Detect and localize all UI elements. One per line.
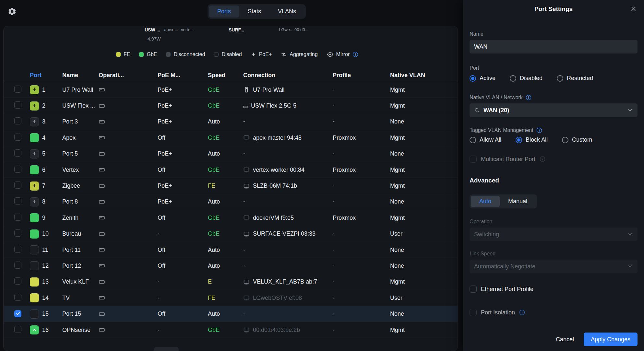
row-checkbox[interactable] bbox=[14, 246, 21, 253]
column-header-poe-mode[interactable]: PoE M... bbox=[158, 72, 208, 79]
table-row[interactable]: 2 USW Flex ... PoE+ GbE USW Flex 2.5G 5 … bbox=[4, 98, 458, 114]
radio-icon[interactable] bbox=[470, 75, 476, 82]
table-row[interactable]: 16 OPNsense - GbE 00:d0:b4:03:be:2b - Mg… bbox=[4, 322, 458, 338]
ethernet-port-profile-checkbox[interactable] bbox=[470, 286, 477, 293]
radio-icon[interactable] bbox=[516, 137, 522, 143]
connection-cell: - bbox=[243, 263, 333, 269]
close-icon[interactable] bbox=[630, 6, 637, 12]
poe-mode: Off bbox=[158, 310, 208, 317]
multicast-checkbox[interactable] bbox=[470, 156, 477, 163]
cancel-button[interactable]: Cancel bbox=[556, 336, 574, 343]
connection-name: LGwebOSTV ef:08 bbox=[253, 295, 302, 301]
row-checkbox[interactable] bbox=[14, 117, 21, 124]
apply-changes-button[interactable]: Apply Changes bbox=[584, 333, 638, 346]
row-checkbox[interactable] bbox=[14, 149, 21, 157]
row-checkbox-cell bbox=[4, 229, 29, 238]
multicast-info-icon[interactable] bbox=[540, 156, 545, 162]
table-row[interactable]: 3 Port 3 PoE+ Auto - - None bbox=[4, 114, 458, 130]
table-row[interactable]: 13 Velux KLF - E VELUX_KLF_AB7B ab:7 - M… bbox=[4, 274, 458, 290]
radio-icon[interactable] bbox=[470, 137, 476, 143]
port-profile: - bbox=[333, 87, 390, 93]
radio-icon[interactable] bbox=[557, 75, 563, 82]
port-speed: Auto bbox=[208, 247, 243, 253]
name-input[interactable]: WAN bbox=[470, 40, 638, 53]
connection-name: - bbox=[243, 150, 245, 157]
row-checkbox[interactable] bbox=[14, 181, 21, 189]
table-row[interactable]: 5 Port 5 PoE+ Auto - - None bbox=[4, 146, 458, 162]
row-checkbox[interactable] bbox=[14, 166, 21, 173]
column-header-connection[interactable]: Connection bbox=[243, 72, 333, 79]
column-header-native-vlan[interactable]: Native VLAN bbox=[390, 72, 458, 79]
table-row[interactable]: 14 TV - FE LGwebOSTV ef:08 - User bbox=[4, 290, 458, 306]
radio-disabled[interactable]: Disabled bbox=[510, 75, 543, 82]
column-header-operation[interactable]: Operati... bbox=[99, 72, 158, 79]
column-header-port[interactable]: Port bbox=[29, 72, 62, 79]
radio-restricted[interactable]: Restricted bbox=[557, 75, 593, 82]
port-number: 8 bbox=[42, 198, 45, 205]
radio-custom[interactable]: Custom bbox=[562, 136, 592, 143]
radio-block-all[interactable]: Block All bbox=[516, 136, 548, 143]
row-checkbox[interactable] bbox=[14, 229, 21, 237]
port-isolation-info-icon[interactable] bbox=[519, 310, 525, 315]
segment-manual[interactable]: Manual bbox=[500, 196, 536, 207]
native-vlan: Mgmt bbox=[390, 102, 458, 109]
port-profile: - bbox=[333, 310, 390, 317]
table-row[interactable]: 9 Zenith Off GbE dockerVM f9:e5 Proxmox … bbox=[4, 210, 458, 226]
table-row[interactable]: 8 Port 8 PoE+ Auto - - None bbox=[4, 194, 458, 210]
port-number: 15 bbox=[42, 310, 49, 317]
ethernet-port-profile-row[interactable]: Ethernet Port Profile bbox=[470, 286, 638, 293]
row-checkbox[interactable] bbox=[14, 294, 21, 301]
table-row[interactable]: 7 Zigbee PoE+ FE SLZB-06M 74:1b - Mgmt bbox=[4, 178, 458, 194]
client-device-icon bbox=[243, 135, 250, 141]
poe-mode: Off bbox=[158, 247, 208, 253]
table-row[interactable]: 10 Bureau - GbE SURFACE-VEZPI 03:33 - Us… bbox=[4, 226, 458, 242]
settings-gear-icon[interactable] bbox=[7, 6, 17, 16]
mirror-info-icon[interactable] bbox=[352, 52, 358, 57]
search-icon bbox=[474, 107, 480, 113]
port-isolation-checkbox[interactable] bbox=[470, 309, 477, 316]
link-speed-select[interactable]: Automatically Negotiate bbox=[470, 260, 638, 273]
port-status-icon bbox=[30, 325, 39, 334]
tab-stats[interactable]: Stats bbox=[239, 6, 269, 18]
row-checkbox[interactable] bbox=[14, 262, 21, 269]
switch-device-icon bbox=[99, 279, 155, 285]
connection-cell: - bbox=[243, 247, 333, 253]
table-row[interactable]: 15 Port 15 Off Auto - - None bbox=[4, 306, 458, 322]
segment-auto[interactable]: Auto bbox=[471, 196, 500, 207]
table-row[interactable]: 1 U7 Pro Wall PoE+ GbE U7-Pro-Wall - Mgm… bbox=[4, 82, 458, 98]
row-checkbox[interactable] bbox=[14, 86, 21, 93]
row-checkbox[interactable] bbox=[14, 277, 21, 285]
row-checkbox[interactable] bbox=[14, 214, 21, 221]
radio-icon[interactable] bbox=[562, 137, 568, 143]
tab-ports[interactable]: Ports bbox=[209, 6, 239, 18]
chevron-down-icon bbox=[627, 231, 633, 237]
row-checkbox[interactable] bbox=[14, 310, 21, 317]
radio-active[interactable]: Active bbox=[470, 75, 495, 82]
radio-icon[interactable] bbox=[510, 75, 516, 82]
column-header-profile[interactable]: Profile bbox=[333, 72, 390, 79]
column-header-name[interactable]: Name bbox=[62, 72, 99, 79]
disconnected-swatch-icon bbox=[166, 52, 171, 57]
port-profile: - bbox=[333, 295, 390, 301]
table-row[interactable]: 12 Port 12 Off Auto - - None bbox=[4, 258, 458, 274]
row-checkbox-cell bbox=[4, 326, 29, 334]
port-name: Port 12 bbox=[62, 263, 99, 269]
native-vlan-info-icon[interactable] bbox=[526, 95, 531, 100]
row-checkbox[interactable] bbox=[14, 101, 21, 109]
table-row[interactable]: 6 Vertex Off GbE vertex-worker 00:84 Pro… bbox=[4, 162, 458, 178]
row-checkbox[interactable] bbox=[14, 197, 21, 205]
tagged-vlan-info-icon[interactable] bbox=[536, 127, 542, 133]
port-isolation-row[interactable]: Port Isolation bbox=[470, 309, 638, 316]
native-vlan-select[interactable]: WAN (20) bbox=[470, 103, 638, 117]
row-checkbox[interactable] bbox=[14, 326, 21, 333]
tab-vlans[interactable]: VLANs bbox=[269, 6, 304, 18]
multicast-router-port-row[interactable]: Multicast Router Port bbox=[470, 156, 638, 163]
operation-select[interactable]: Switching bbox=[470, 228, 638, 241]
radio-allow-all[interactable]: Allow All bbox=[470, 136, 501, 143]
client-device-icon bbox=[243, 183, 250, 189]
column-header-speed[interactable]: Speed bbox=[208, 72, 243, 79]
table-row[interactable]: 11 Port 11 Off Auto - - None bbox=[4, 242, 458, 258]
poe-mode: - bbox=[158, 327, 208, 333]
row-checkbox[interactable] bbox=[14, 134, 21, 141]
table-row[interactable]: 4 Apex Off GbE apex-master 94:48 Proxmox… bbox=[4, 130, 458, 146]
